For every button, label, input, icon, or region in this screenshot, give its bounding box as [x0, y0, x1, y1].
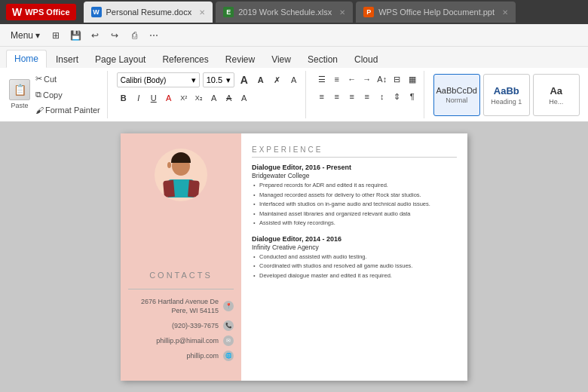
cut-button[interactable]: ✂ Cut: [33, 72, 103, 85]
style-normal[interactable]: AaBbCcDd Normal: [433, 74, 480, 116]
italic-button[interactable]: I: [132, 91, 145, 105]
format-painter-label: Format Painter: [45, 106, 100, 115]
style-heading2-label: He...: [549, 98, 563, 106]
job-2-title: Dialogue Editor, 2014 - 2016: [252, 235, 457, 243]
job-2-company: Infinity Creative Agency: [252, 243, 457, 251]
more-qa-button[interactable]: ⋯: [145, 27, 162, 44]
format-painter-button[interactable]: 🖌 Format Painter: [33, 104, 103, 116]
indent-increase-button[interactable]: →: [360, 72, 374, 86]
text-format-button[interactable]: A: [287, 73, 301, 87]
menu-button[interactable]: Menu ▾: [6, 28, 44, 43]
copy-button[interactable]: ⧉ Copy: [33, 88, 103, 101]
tab-resume-label: Personal Resume.docx: [106, 8, 192, 17]
cut-icon: ✂: [35, 74, 42, 84]
contact-address: 2676 Hartland Avenue De Pere, WI 54115 📍: [128, 297, 234, 316]
save-button[interactable]: 💾: [67, 27, 84, 44]
font-size-selector[interactable]: 10.5 ▾: [203, 72, 234, 87]
style-normal-label: Normal: [446, 96, 467, 104]
location-icon: 📍: [223, 301, 234, 311]
contacts-section-label: CONTACTS: [149, 256, 213, 280]
job-2-bullet-1: Conducted and assisted with audio testin…: [252, 253, 457, 262]
tab-review[interactable]: Review: [218, 51, 262, 68]
menu-label: Menu: [11, 30, 33, 41]
line-spacing-button[interactable]: ↕: [375, 90, 389, 103]
job-1-bullet-3: Interfaced with studios on in-game audio…: [252, 201, 457, 209]
quick-access-toolbar: Menu ▾ ⊞ 💾 ↩ ↪ ⎙ ⋯: [0, 24, 588, 47]
ribbon-tabs: Home Insert Page Layout References Revie…: [0, 47, 588, 68]
font-family-selector[interactable]: Calibri (Body) ▾: [117, 72, 200, 87]
paragraph-group: ☰ ≡ ← → A↕ ⊟ ▦ ≡ ≡ ≡ ≡ ↕ ⇕ ¶: [311, 71, 424, 118]
contacts-divider: [128, 289, 234, 289]
wps-logo-text: WPS Office: [25, 8, 69, 17]
doc-right-panel: EXPERIENCE Dialogue Editor, 2016 - Prese…: [241, 133, 467, 381]
underline-button[interactable]: U: [147, 91, 161, 105]
redo-button[interactable]: ↪: [106, 27, 123, 44]
tab-home[interactable]: Home: [6, 50, 47, 68]
job-2: Dialogue Editor, 2014 - 2016 Infinity Cr…: [252, 235, 457, 280]
font-dropdown-icon: ▾: [191, 75, 196, 85]
job-1: Dialogue Editor, 2016 - Present Bridgewa…: [252, 164, 457, 228]
job-1-bullet-1: Prepared records for ADR and edited it a…: [252, 182, 457, 190]
border-button[interactable]: ⊟: [390, 72, 404, 86]
style-normal-preview: AaBbCcDd: [436, 86, 477, 95]
tab-resume-close[interactable]: ✕: [199, 8, 205, 17]
subscript-button[interactable]: X₂: [192, 91, 206, 105]
tab-references[interactable]: References: [155, 51, 216, 68]
job-1-title: Dialogue Editor, 2016 - Present: [252, 164, 457, 171]
tab-page-layout[interactable]: Page Layout: [87, 51, 153, 68]
align-justify-button[interactable]: ≡: [360, 90, 374, 103]
style-heading2[interactable]: Aa He...: [533, 74, 580, 116]
contact-website-text: phillip.com: [186, 352, 219, 360]
tab-schedule-close[interactable]: ✕: [339, 8, 345, 17]
list-number-button[interactable]: ≡: [330, 72, 344, 86]
contact-address-text: 2676 Hartland Avenue De Pere, WI 54115: [128, 297, 219, 316]
bold-button[interactable]: B: [117, 91, 130, 105]
menu-chevron: ▾: [35, 30, 40, 41]
tab-help-close[interactable]: ✕: [502, 8, 508, 17]
print-button[interactable]: ⎙: [126, 27, 142, 44]
new-button[interactable]: ⊞: [47, 27, 64, 44]
paste-label: Paste: [11, 102, 28, 109]
tab-help-label: WPS Office Help Document.ppt: [378, 8, 495, 17]
tab-cloud[interactable]: Cloud: [347, 51, 385, 68]
wps-logo[interactable]: W WPS Office: [6, 4, 76, 20]
tab-help[interactable]: P WPS Office Help Document.ppt ✕: [356, 2, 516, 23]
superscript-button[interactable]: X²: [177, 91, 191, 105]
style-heading1-preview: AaBb: [494, 85, 519, 96]
clear-format-button[interactable]: ✗: [271, 73, 284, 87]
style-heading2-preview: Aa: [550, 85, 562, 96]
job-1-company: Bridgewater College: [252, 172, 457, 179]
indent-decrease-button[interactable]: ←: [345, 72, 359, 86]
align-center-button[interactable]: ≡: [330, 90, 344, 103]
shading-button[interactable]: ▦: [406, 72, 419, 86]
tab-schedule[interactable]: E 2019 Work Schedule.xlsx ✕: [216, 2, 353, 23]
tab-resume[interactable]: W Personal Resume.docx ✕: [84, 2, 213, 23]
word-icon: W: [91, 7, 102, 17]
list-bullet-button[interactable]: ☰: [315, 72, 329, 86]
person-illustration: [158, 152, 204, 198]
ppt-icon: P: [363, 7, 374, 17]
paste-button[interactable]: 📋 Paste: [9, 79, 30, 109]
avatar: [155, 149, 207, 201]
font-grow-button[interactable]: A: [237, 73, 251, 87]
copy-label: Copy: [43, 90, 63, 100]
text-effect-button[interactable]: A: [237, 91, 251, 105]
sort-button[interactable]: A↕: [375, 72, 389, 86]
job-2-bullet-3: Developed dialogue master and edited it …: [252, 272, 457, 280]
font-shrink-button[interactable]: A: [254, 73, 268, 87]
style-heading1[interactable]: AaBb Heading 1: [483, 74, 530, 116]
font-color-button[interactable]: A: [162, 91, 176, 105]
font-size-value: 10.5: [207, 75, 222, 84]
tab-insert[interactable]: Insert: [48, 51, 86, 68]
undo-button[interactable]: ↩: [87, 27, 103, 44]
contact-email: phillip.p@himail.com ✉: [128, 335, 234, 346]
tab-view[interactable]: View: [264, 51, 299, 68]
align-left-button[interactable]: ≡: [315, 90, 329, 103]
tab-section[interactable]: Section: [300, 51, 345, 68]
align-right-button[interactable]: ≡: [345, 90, 359, 103]
excel-icon: E: [223, 7, 234, 17]
highlight-button[interactable]: A: [207, 91, 221, 105]
strikethrough-button[interactable]: A: [222, 91, 236, 105]
para-spacing-button[interactable]: ⇕: [390, 90, 404, 103]
show-para-button[interactable]: ¶: [406, 90, 419, 103]
